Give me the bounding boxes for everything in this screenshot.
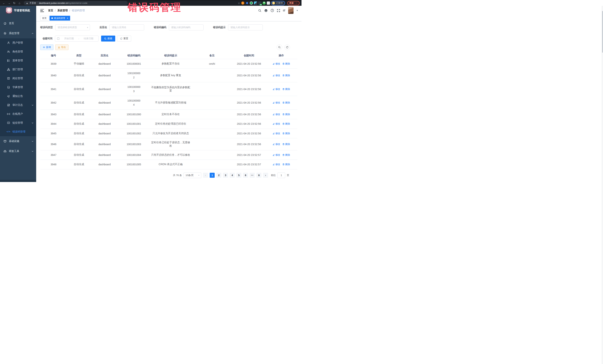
tag-view-首页[interactable]: 首页 <box>40 16 48 21</box>
edit-row-link[interactable]: 修改 <box>273 88 280 91</box>
page-button-4[interactable]: 4 <box>230 173 235 178</box>
cell-time: 2021-04-20 23:52:57 <box>233 150 265 160</box>
error-code-input[interactable]: 请输入错误码编码 <box>169 24 204 30</box>
date-range-picker[interactable]: 开始日期 - 结束日期 <box>55 36 99 42</box>
cell-type: 自动生成 <box>67 110 91 119</box>
tag-view-错误码管理[interactable]: 错误码管理✕ <box>49 16 70 21</box>
more-pages-button[interactable]: ••• <box>250 173 255 178</box>
prev-page-button[interactable]: ‹ <box>203 173 208 178</box>
delete-row-link[interactable]: 删除 <box>282 122 290 125</box>
page-size-select[interactable]: 10条/页▾ <box>184 173 201 178</box>
header-search-icon[interactable] <box>258 9 261 12</box>
sidebar-toggle-icon[interactable] <box>40 9 44 12</box>
bookmark-star-icon[interactable]: ☆ <box>238 2 240 5</box>
delete-row-link[interactable]: 删除 <box>282 62 290 66</box>
goto-page-input[interactable]: 1 <box>277 173 285 178</box>
sidebar-logo-row[interactable]: 芋道管理系统 <box>0 6 36 15</box>
extension-icon-green-person[interactable] <box>263 1 266 5</box>
sidebar-item-部门管理[interactable]: 部门管理 <box>0 65 36 74</box>
page-button-2[interactable]: 2 <box>216 173 221 178</box>
browser-update-button[interactable]: 更新 ⋮ <box>287 1 300 5</box>
sidebar-item-短信管理[interactable]: 短信管理 <box>0 118 36 127</box>
sidebar-item-首页[interactable]: 首页 <box>0 18 36 28</box>
delete-row-link[interactable]: 删除 <box>282 101 290 104</box>
cell-type: 自动生成 <box>67 129 91 138</box>
next-page-button[interactable]: › <box>263 173 268 178</box>
sidebar-item-审计日志[interactable]: 审计日志 <box>0 101 36 110</box>
cell-id: 3944 <box>40 119 67 129</box>
user-menu-caret-icon[interactable]: ▼ <box>296 10 298 11</box>
sidebar-item-角色管理[interactable]: 角色管理 <box>0 47 36 56</box>
sidebar-item-基础设施[interactable]: 基础设施 <box>0 136 36 146</box>
delete-row-link[interactable]: 删除 <box>282 153 290 157</box>
edit-row-link[interactable]: 修改 <box>273 74 280 77</box>
breadcrumb-item-系统管理[interactable]: 系统管理 <box>57 9 68 12</box>
edit-row-link[interactable]: 修改 <box>273 132 280 135</box>
page-button-8[interactable]: 8 <box>256 173 261 178</box>
delete-row-link[interactable]: 删除 <box>282 143 290 146</box>
error-type-select[interactable]: 请选择错误码类型 ▾ <box>55 24 90 30</box>
sidebar-item-label: 短信管理 <box>12 121 29 124</box>
extension-icon-puzzle[interactable] <box>267 1 270 5</box>
app-name-input[interactable]: 请输入应用名 <box>109 24 144 30</box>
edit-row-link[interactable]: 修改 <box>273 122 280 125</box>
sidebar-item-研发工具[interactable]: 研发工具 <box>0 146 36 156</box>
browser-menu-icon[interactable]: ⋮ <box>295 2 298 4</box>
delete-row-link[interactable]: 删除 <box>282 74 290 77</box>
delete-row-link[interactable]: 删除 <box>282 163 290 166</box>
show-search-icon-button[interactable] <box>277 44 282 50</box>
edit-row-link[interactable]: 修改 <box>273 113 280 116</box>
page-button-1[interactable]: 1 <box>210 173 215 178</box>
extension-icon-dark-on[interactable]: on <box>258 1 261 5</box>
total-count-label: 共 76 条 <box>173 174 182 177</box>
cell-code: 1001001004 <box>118 150 150 160</box>
extension-icon-blue-gem[interactable] <box>245 1 249 5</box>
users-icon <box>7 50 10 53</box>
search-button[interactable]: 搜索 <box>101 36 115 42</box>
fullscreen-icon[interactable] <box>277 9 280 12</box>
edit-row-link[interactable]: 修改 <box>273 143 280 146</box>
export-button[interactable]: 导出 <box>55 44 69 50</box>
add-button[interactable]: 新增 <box>40 44 53 50</box>
user-avatar[interactable] <box>288 7 293 14</box>
github-icon[interactable] <box>264 9 268 12</box>
browser-forward-icon[interactable]: → <box>7 1 11 5</box>
sidebar-item-岗位管理[interactable]: 岗位管理 <box>0 74 36 83</box>
delete-row-link[interactable]: 删除 <box>282 113 290 116</box>
cell-time: 2021-04-20 23:52:56 <box>233 119 265 129</box>
cell-app: dashboard <box>91 110 118 119</box>
sidebar-item-在线用户[interactable]: 在线用户 <box>0 110 36 118</box>
browser-back-icon[interactable]: ← <box>2 1 6 5</box>
error-msg-input[interactable]: 请输入错误码提示 <box>228 24 263 30</box>
edit-row-link[interactable]: 修改 <box>273 62 280 66</box>
browser-reload-icon[interactable]: ↻ <box>12 1 16 5</box>
profile-chip[interactable]: 已暂停 <box>271 1 285 5</box>
refresh-table-icon-button[interactable] <box>284 44 290 50</box>
close-tag-icon[interactable]: ✕ <box>67 17 68 20</box>
sidebar-item-系统管理[interactable]: 系统管理 <box>0 28 36 38</box>
page-content: 错误码类型 请选择错误码类型 ▾ 应用名 请输入应用名 错误码编码 请输入错误码… <box>36 21 302 182</box>
browser-home-icon[interactable]: ⌂ <box>17 1 22 5</box>
help-icon[interactable]: ? <box>270 9 274 12</box>
sidebar-item-用户管理[interactable]: 用户管理 <box>0 38 36 47</box>
edit-row-link[interactable]: 修改 <box>273 101 280 104</box>
reset-button[interactable]: 重置 <box>117 36 131 42</box>
sidebar-item-错误码管理[interactable]: </>错误码管理 <box>0 127 36 136</box>
edit-row-link[interactable]: 修改 <box>273 153 280 157</box>
extension-icon-orange[interactable] <box>241 1 244 5</box>
sidebar-item-字典管理[interactable]: 字典管理 <box>0 83 36 92</box>
edit-row-link[interactable]: 修改 <box>273 163 280 166</box>
font-size-icon[interactable]: tT <box>283 9 285 12</box>
sidebar-item-菜单管理[interactable]: 菜单管理 <box>0 56 36 65</box>
extension-icon-squares[interactable] <box>254 1 257 5</box>
extension-icon-green-v[interactable] <box>250 1 253 5</box>
delete-row-link[interactable]: 删除 <box>282 132 290 135</box>
sidebar-item-通知公告[interactable]: 通知公告 <box>0 92 36 101</box>
cell-type: 自动生成 <box>67 96 91 110</box>
address-bar[interactable]: ▲ 不安全 dashboard.yudao.iocoder.cn/system/… <box>24 1 128 5</box>
page-button-3[interactable]: 3 <box>223 173 228 178</box>
delete-row-link[interactable]: 删除 <box>282 88 290 91</box>
page-button-5[interactable]: 5 <box>236 173 241 178</box>
page-button-6[interactable]: 6 <box>243 173 248 178</box>
breadcrumb-item-首页[interactable]: 首页 <box>48 9 53 12</box>
